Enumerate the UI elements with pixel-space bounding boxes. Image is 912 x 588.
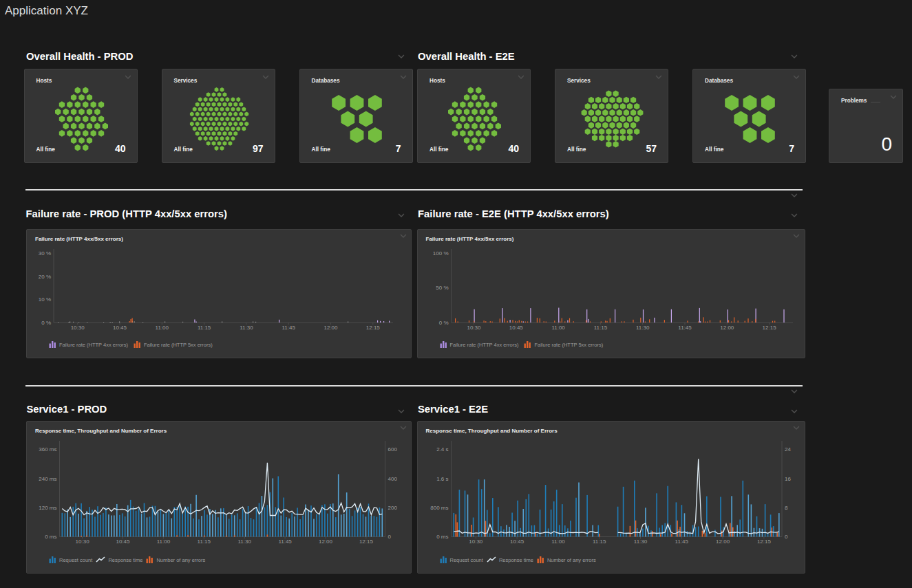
svg-text:20 %: 20 %	[39, 274, 51, 280]
svg-text:11:00: 11:00	[551, 325, 565, 331]
svg-text:10:45: 10:45	[509, 325, 523, 331]
svg-text:0 %: 0 %	[41, 320, 51, 326]
svg-text:12:00: 12:00	[720, 325, 734, 331]
svg-text:11:15: 11:15	[593, 325, 607, 331]
svg-text:11:45: 11:45	[678, 325, 692, 331]
svg-text:8: 8	[785, 505, 788, 511]
svg-text:11:15: 11:15	[592, 538, 606, 545]
svg-text:200: 200	[388, 505, 398, 511]
svg-text:11:45: 11:45	[278, 538, 292, 545]
svg-text:12:00: 12:00	[319, 538, 333, 545]
svg-text:120 ms: 120 ms	[39, 505, 56, 511]
svg-text:11:30: 11:30	[237, 538, 251, 545]
svg-text:10:30: 10:30	[76, 538, 90, 545]
svg-text:100 %: 100 %	[432, 250, 448, 257]
svg-text:12:15: 12:15	[359, 538, 374, 545]
svg-text:10:45: 10:45	[510, 538, 524, 545]
svg-text:10:30: 10:30	[467, 325, 481, 331]
svg-text:11:45: 11:45	[282, 325, 295, 331]
svg-text:11:00: 11:00	[551, 538, 565, 545]
svg-text:0: 0	[388, 534, 392, 540]
svg-text:600: 600	[388, 446, 398, 453]
svg-text:12:00: 12:00	[324, 325, 338, 331]
svg-text:10:45: 10:45	[116, 538, 130, 545]
svg-text:0: 0	[785, 534, 788, 540]
svg-text:30 %: 30 %	[39, 250, 51, 257]
svg-text:12:15: 12:15	[366, 325, 381, 331]
svg-text:400: 400	[388, 476, 398, 482]
svg-text:11:00: 11:00	[157, 538, 171, 545]
svg-text:11:30: 11:30	[635, 325, 649, 331]
svg-text:16: 16	[785, 476, 791, 482]
svg-text:240 ms: 240 ms	[39, 476, 56, 482]
svg-text:10:30: 10:30	[71, 325, 85, 331]
svg-text:10:45: 10:45	[113, 325, 127, 331]
svg-text:1.6 s: 1.6 s	[436, 476, 448, 482]
svg-text:800 ms: 800 ms	[430, 505, 448, 511]
svg-text:12:15: 12:15	[762, 325, 776, 331]
svg-text:11:15: 11:15	[198, 325, 211, 331]
svg-text:0 ms: 0 ms	[45, 534, 56, 540]
svg-text:0 %: 0 %	[438, 320, 448, 326]
svg-text:12:00: 12:00	[716, 538, 730, 545]
svg-text:10 %: 10 %	[39, 296, 51, 303]
svg-text:11:30: 11:30	[240, 325, 253, 331]
svg-text:11:15: 11:15	[198, 538, 211, 545]
svg-text:24: 24	[785, 446, 791, 453]
svg-text:11:45: 11:45	[675, 538, 688, 545]
svg-text:0 ms: 0 ms	[436, 534, 448, 540]
svg-text:2.4 s: 2.4 s	[436, 446, 448, 453]
svg-text:11:00: 11:00	[156, 325, 169, 331]
svg-text:12:15: 12:15	[756, 538, 771, 545]
svg-text:10:30: 10:30	[469, 538, 483, 545]
svg-text:360 ms: 360 ms	[39, 446, 56, 453]
svg-text:11:30: 11:30	[633, 538, 647, 545]
svg-text:50 %: 50 %	[436, 285, 448, 291]
